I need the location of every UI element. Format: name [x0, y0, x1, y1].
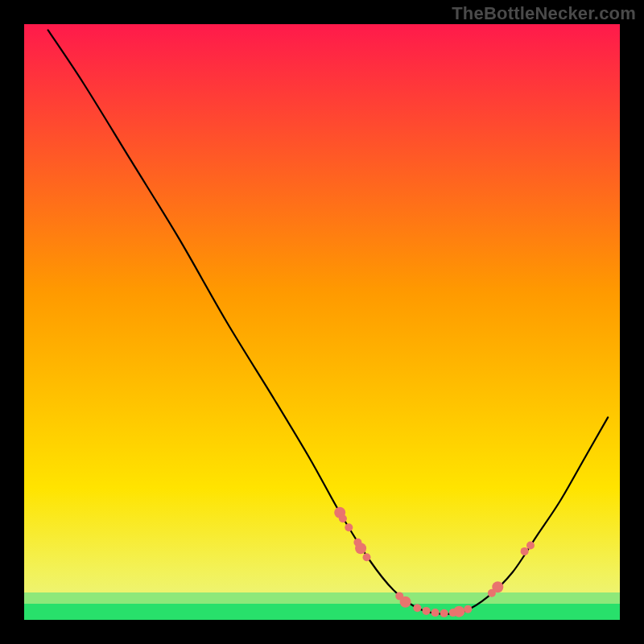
data-marker	[453, 606, 464, 617]
gradient-background	[24, 24, 620, 620]
chart-frame: TheBottleNecker.com	[0, 0, 644, 644]
data-marker	[521, 547, 529, 555]
green-band	[24, 602, 620, 620]
watermark-text: TheBottleNecker.com	[452, 3, 636, 24]
data-marker	[431, 609, 440, 617]
data-marker	[440, 609, 448, 617]
data-marker	[423, 607, 431, 615]
data-marker	[363, 553, 371, 561]
chart-svg	[24, 24, 620, 620]
green-band-soft	[24, 592, 620, 604]
data-marker	[345, 523, 353, 531]
data-marker	[355, 543, 366, 554]
data-marker	[413, 604, 421, 612]
data-marker	[492, 581, 503, 592]
data-marker	[464, 605, 472, 613]
data-marker	[339, 514, 347, 522]
data-marker	[400, 597, 411, 608]
data-marker	[526, 542, 535, 550]
plot-area	[24, 24, 620, 620]
